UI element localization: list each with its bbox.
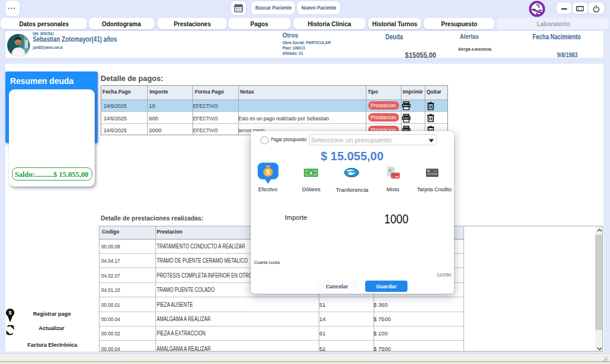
svg-text:$: $ <box>8 310 11 316</box>
svg-text:$: $ <box>266 169 270 176</box>
svg-text:$: $ <box>310 171 312 176</box>
